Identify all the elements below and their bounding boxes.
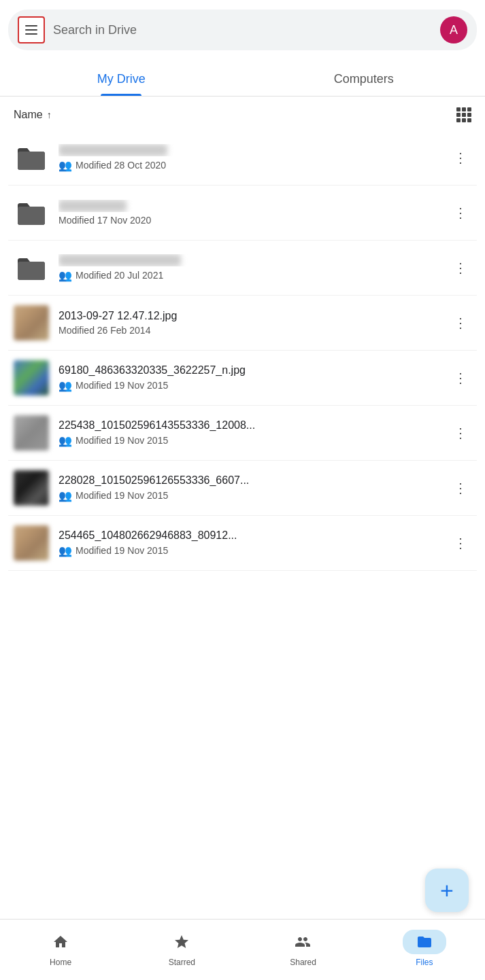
file-thumb — [14, 470, 49, 506]
file-meta: 👥 Modified 20 Jul 2021 — [58, 269, 440, 282]
file-meta: 👥 Modified 19 Nov 2015 — [58, 544, 440, 557]
file-meta: Modified 17 Nov 2020 — [58, 215, 440, 226]
nav-icon-wrap — [161, 930, 202, 954]
tab-my-drive[interactable]: My Drive — [0, 60, 243, 96]
more-options-button[interactable]: ⋮ — [450, 477, 471, 499]
fab-button[interactable]: + — [425, 869, 469, 912]
list-item[interactable]: 69180_486363320335_3622257_n.jpg 👥 Modif… — [8, 351, 477, 406]
file-meta: 👥 Modified 19 Nov 2015 — [58, 434, 440, 447]
file-meta: Modified 26 Feb 2014 — [58, 325, 440, 336]
file-name: 2013-09-27 12.47.12.jpg — [58, 310, 440, 322]
avatar[interactable]: A — [440, 16, 467, 43]
file-thumb — [14, 415, 49, 451]
shared-icon: 👥 — [58, 544, 72, 557]
hamburger-icon — [25, 25, 37, 35]
file-list: 👥 Modified 28 Oct 2020 ⋮ Modified 17 Nov… — [0, 130, 485, 571]
folder-nav-icon — [416, 934, 433, 950]
nav-label-shared: Shared — [290, 958, 316, 967]
more-options-button[interactable]: ⋮ — [450, 422, 471, 444]
list-item[interactable]: Modified 17 Nov 2020 ⋮ — [8, 186, 477, 241]
shared-icon: 👥 — [58, 379, 72, 392]
more-options-button[interactable]: ⋮ — [450, 202, 471, 224]
file-thumb — [14, 195, 49, 230]
file-thumb — [14, 250, 49, 285]
nav-label-starred: Starred — [169, 958, 195, 967]
file-info: 👥 Modified 28 Oct 2020 — [58, 144, 440, 172]
file-name — [58, 200, 440, 212]
sort-arrow: ↑ — [47, 109, 52, 120]
file-info: Modified 17 Nov 2020 — [58, 200, 440, 226]
nav-icon-wrap — [403, 930, 446, 954]
file-info: 228028_101502596126553336_6607... 👥 Modi… — [58, 474, 440, 502]
home-icon — [52, 934, 69, 950]
list-item[interactable]: 👥 Modified 28 Oct 2020 ⋮ — [8, 130, 477, 186]
search-placeholder[interactable]: Search in Drive — [53, 23, 432, 37]
more-options-button[interactable]: ⋮ — [450, 257, 471, 279]
file-thumb — [14, 140, 49, 175]
shared-icon: 👥 — [58, 159, 72, 172]
nav-label-files: Files — [416, 958, 433, 967]
file-name — [58, 254, 440, 266]
image-thumbnail — [14, 525, 49, 561]
file-info: 2013-09-27 12.47.12.jpg Modified 26 Feb … — [58, 310, 440, 336]
bottom-nav: Home Starred Shared Files — [0, 919, 485, 980]
nav-icon-wrap — [282, 930, 324, 954]
file-name: 254465_104802662946883_80912... — [58, 529, 440, 542]
file-info: 👥 Modified 20 Jul 2021 — [58, 254, 440, 282]
file-thumb — [14, 360, 49, 396]
sort-name[interactable]: Name ↑ — [14, 109, 52, 121]
file-meta: 👥 Modified 28 Oct 2020 — [58, 159, 440, 172]
shared-people-icon — [295, 934, 312, 950]
shared-icon: 👥 — [58, 489, 72, 502]
shared-icon: 👥 — [58, 269, 72, 282]
file-name: 69180_486363320335_3622257_n.jpg — [58, 364, 440, 377]
file-info: 254465_104802662946883_80912... 👥 Modifi… — [58, 529, 440, 557]
shared-icon: 👥 — [58, 434, 72, 447]
file-info: 69180_486363320335_3622257_n.jpg 👥 Modif… — [58, 364, 440, 392]
file-name — [58, 144, 440, 156]
nav-icon-wrap — [40, 930, 81, 954]
grid-view-toggle[interactable] — [456, 107, 471, 122]
list-item[interactable]: 228028_101502596126553336_6607... 👥 Modi… — [8, 461, 477, 516]
file-thumb — [14, 305, 49, 340]
list-item[interactable]: 254465_104802662946883_80912... 👥 Modifi… — [8, 516, 477, 571]
list-item[interactable]: 👥 Modified 20 Jul 2021 ⋮ — [8, 241, 477, 296]
file-name: 228028_101502596126553336_6607... — [58, 474, 440, 487]
nav-item-shared[interactable]: Shared — [243, 930, 364, 967]
file-thumb — [14, 525, 49, 561]
more-options-button[interactable]: ⋮ — [450, 532, 471, 554]
nav-item-starred[interactable]: Starred — [121, 930, 242, 967]
more-options-button[interactable]: ⋮ — [450, 147, 471, 169]
list-item[interactable]: 225438_101502596143553336_12008... 👥 Mod… — [8, 406, 477, 461]
nav-item-home[interactable]: Home — [0, 930, 121, 967]
image-thumbnail — [14, 415, 49, 451]
file-meta: 👥 Modified 19 Nov 2015 — [58, 489, 440, 502]
star-icon — [173, 934, 190, 950]
image-thumbnail — [14, 360, 49, 396]
tabs-bar: My Drive Computers — [0, 60, 485, 97]
more-options-button[interactable]: ⋮ — [450, 312, 471, 334]
list-item[interactable]: 2013-09-27 12.47.12.jpg Modified 26 Feb … — [8, 296, 477, 351]
file-info: 225438_101502596143553336_12008... 👥 Mod… — [58, 419, 440, 447]
sort-bar: Name ↑ — [0, 97, 485, 130]
file-name: 225438_101502596143553336_12008... — [58, 419, 440, 432]
file-meta: 👥 Modified 19 Nov 2015 — [58, 379, 440, 392]
nav-label-home: Home — [50, 958, 71, 967]
tab-computers[interactable]: Computers — [243, 60, 486, 96]
image-thumbnail — [14, 305, 49, 340]
header: Search in Drive A — [8, 10, 477, 50]
nav-item-files[interactable]: Files — [364, 930, 485, 967]
more-options-button[interactable]: ⋮ — [450, 367, 471, 389]
image-thumbnail — [14, 470, 49, 506]
menu-button[interactable] — [18, 16, 45, 43]
